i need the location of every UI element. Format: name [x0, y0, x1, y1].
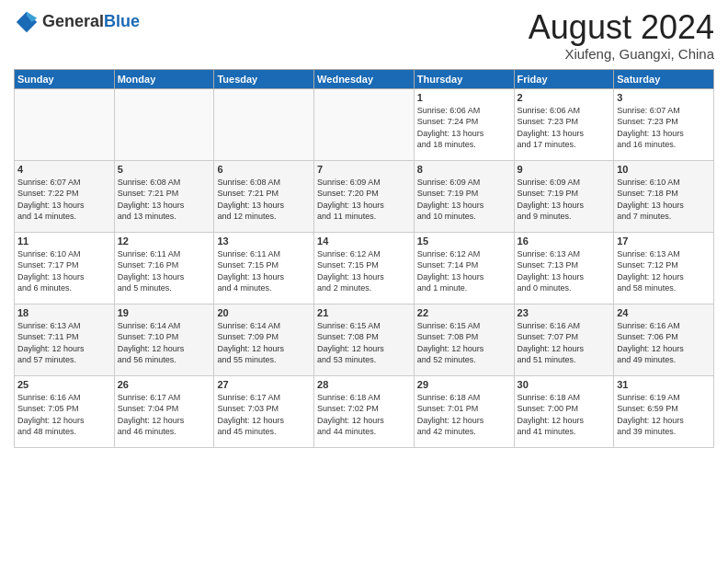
- day-number: 11: [17, 236, 111, 247]
- day-number: 2: [518, 92, 611, 103]
- day-number: 29: [417, 379, 511, 390]
- day-info: Sunrise: 6:18 AM Sunset: 7:02 PM Dayligh…: [317, 392, 411, 438]
- day-number: 27: [217, 379, 311, 390]
- day-info: Sunrise: 6:15 AM Sunset: 7:08 PM Dayligh…: [317, 320, 411, 366]
- day-number: 31: [617, 379, 711, 390]
- day-info: Sunrise: 6:18 AM Sunset: 7:01 PM Dayligh…: [417, 392, 511, 438]
- day-cell: 1Sunrise: 6:06 AM Sunset: 7:24 PM Daylig…: [414, 88, 514, 160]
- day-number: 9: [518, 164, 611, 175]
- day-number: 8: [417, 164, 511, 175]
- header-day: Saturday: [614, 69, 714, 88]
- week-row: 1Sunrise: 6:06 AM Sunset: 7:24 PM Daylig…: [15, 88, 714, 160]
- day-info: Sunrise: 6:16 AM Sunset: 7:06 PM Dayligh…: [617, 320, 711, 366]
- title-block: August 2024 Xiufeng, Guangxi, China: [529, 9, 714, 62]
- calendar-container: GeneralBlue August 2024 Xiufeng, Guangxi…: [0, 0, 728, 453]
- day-cell: 3Sunrise: 6:07 AM Sunset: 7:23 PM Daylig…: [614, 88, 714, 160]
- day-info: Sunrise: 6:10 AM Sunset: 7:17 PM Dayligh…: [17, 248, 111, 294]
- location-text: Xiufeng, Guangxi, China: [529, 46, 714, 62]
- week-row: 18Sunrise: 6:13 AM Sunset: 7:11 PM Dayli…: [15, 304, 714, 375]
- day-info: Sunrise: 6:13 AM Sunset: 7:12 PM Dayligh…: [617, 248, 711, 294]
- day-number: 18: [17, 307, 111, 318]
- day-number: 26: [118, 379, 211, 390]
- day-cell: 21Sunrise: 6:15 AM Sunset: 7:08 PM Dayli…: [314, 304, 415, 375]
- day-number: 19: [118, 307, 211, 318]
- day-number: 16: [518, 236, 611, 247]
- day-info: Sunrise: 6:07 AM Sunset: 7:22 PM Dayligh…: [17, 177, 111, 223]
- day-info: Sunrise: 6:16 AM Sunset: 7:07 PM Dayligh…: [518, 320, 611, 366]
- day-cell: 17Sunrise: 6:13 AM Sunset: 7:12 PM Dayli…: [614, 232, 714, 304]
- day-number: 30: [518, 379, 611, 390]
- day-number: 20: [217, 307, 311, 318]
- day-info: Sunrise: 6:12 AM Sunset: 7:14 PM Dayligh…: [417, 248, 511, 294]
- day-info: Sunrise: 6:17 AM Sunset: 7:03 PM Dayligh…: [217, 392, 311, 438]
- calendar-table: SundayMondayTuesdayWednesdayThursdayFrid…: [14, 69, 714, 448]
- day-cell: 28Sunrise: 6:18 AM Sunset: 7:02 PM Dayli…: [314, 375, 415, 447]
- week-row: 11Sunrise: 6:10 AM Sunset: 7:17 PM Dayli…: [15, 232, 714, 304]
- day-cell: 30Sunrise: 6:18 AM Sunset: 7:00 PM Dayli…: [514, 375, 614, 447]
- day-info: Sunrise: 6:11 AM Sunset: 7:15 PM Dayligh…: [217, 248, 311, 294]
- day-number: 6: [217, 164, 311, 175]
- week-row: 4Sunrise: 6:07 AM Sunset: 7:22 PM Daylig…: [15, 160, 714, 232]
- day-cell: [314, 88, 415, 160]
- logo: GeneralBlue: [14, 9, 140, 35]
- day-cell: 25Sunrise: 6:16 AM Sunset: 7:05 PM Dayli…: [15, 375, 115, 447]
- day-cell: 14Sunrise: 6:12 AM Sunset: 7:15 PM Dayli…: [314, 232, 415, 304]
- day-number: 3: [617, 92, 711, 103]
- day-cell: [214, 88, 314, 160]
- day-info: Sunrise: 6:13 AM Sunset: 7:13 PM Dayligh…: [518, 248, 611, 294]
- day-cell: 2Sunrise: 6:06 AM Sunset: 7:23 PM Daylig…: [514, 88, 614, 160]
- day-cell: 22Sunrise: 6:15 AM Sunset: 7:08 PM Dayli…: [414, 304, 514, 375]
- day-number: 21: [317, 307, 411, 318]
- day-info: Sunrise: 6:09 AM Sunset: 7:20 PM Dayligh…: [317, 177, 411, 223]
- header-day: Monday: [114, 69, 214, 88]
- day-cell: 13Sunrise: 6:11 AM Sunset: 7:15 PM Dayli…: [214, 232, 314, 304]
- day-number: 17: [617, 236, 711, 247]
- day-cell: 11Sunrise: 6:10 AM Sunset: 7:17 PM Dayli…: [15, 232, 115, 304]
- day-number: 22: [417, 307, 511, 318]
- logo-general-text: General: [42, 12, 104, 30]
- day-cell: 12Sunrise: 6:11 AM Sunset: 7:16 PM Dayli…: [114, 232, 214, 304]
- day-number: 13: [217, 236, 311, 247]
- day-info: Sunrise: 6:16 AM Sunset: 7:05 PM Dayligh…: [17, 392, 111, 438]
- calendar-header: GeneralBlue August 2024 Xiufeng, Guangxi…: [14, 9, 714, 62]
- day-info: Sunrise: 6:09 AM Sunset: 7:19 PM Dayligh…: [518, 177, 611, 223]
- day-info: Sunrise: 6:10 AM Sunset: 7:18 PM Dayligh…: [617, 177, 711, 223]
- day-info: Sunrise: 6:15 AM Sunset: 7:08 PM Dayligh…: [417, 320, 511, 366]
- day-info: Sunrise: 6:19 AM Sunset: 6:59 PM Dayligh…: [617, 392, 711, 438]
- day-info: Sunrise: 6:14 AM Sunset: 7:09 PM Dayligh…: [217, 320, 311, 366]
- day-cell: 18Sunrise: 6:13 AM Sunset: 7:11 PM Dayli…: [15, 304, 115, 375]
- day-number: 14: [317, 236, 411, 247]
- day-number: 25: [17, 379, 111, 390]
- header-day: Tuesday: [214, 69, 314, 88]
- day-number: 28: [317, 379, 411, 390]
- day-cell: 29Sunrise: 6:18 AM Sunset: 7:01 PM Dayli…: [414, 375, 514, 447]
- day-cell: [114, 88, 214, 160]
- day-cell: 10Sunrise: 6:10 AM Sunset: 7:18 PM Dayli…: [614, 160, 714, 232]
- day-cell: 16Sunrise: 6:13 AM Sunset: 7:13 PM Dayli…: [514, 232, 614, 304]
- day-cell: 6Sunrise: 6:08 AM Sunset: 7:21 PM Daylig…: [214, 160, 314, 232]
- day-number: 15: [417, 236, 511, 247]
- day-info: Sunrise: 6:14 AM Sunset: 7:10 PM Dayligh…: [118, 320, 211, 366]
- week-row: 25Sunrise: 6:16 AM Sunset: 7:05 PM Dayli…: [15, 375, 714, 447]
- day-info: Sunrise: 6:08 AM Sunset: 7:21 PM Dayligh…: [217, 177, 311, 223]
- day-number: 7: [317, 164, 411, 175]
- header-day: Friday: [514, 69, 614, 88]
- day-cell: [15, 88, 115, 160]
- day-number: 4: [17, 164, 111, 175]
- day-cell: 19Sunrise: 6:14 AM Sunset: 7:10 PM Dayli…: [114, 304, 214, 375]
- day-cell: 24Sunrise: 6:16 AM Sunset: 7:06 PM Dayli…: [614, 304, 714, 375]
- day-cell: 7Sunrise: 6:09 AM Sunset: 7:20 PM Daylig…: [314, 160, 415, 232]
- logo-icon: [14, 9, 40, 35]
- day-info: Sunrise: 6:07 AM Sunset: 7:23 PM Dayligh…: [617, 105, 711, 151]
- day-cell: 26Sunrise: 6:17 AM Sunset: 7:04 PM Dayli…: [114, 375, 214, 447]
- day-number: 1: [417, 92, 511, 103]
- day-cell: 9Sunrise: 6:09 AM Sunset: 7:19 PM Daylig…: [514, 160, 614, 232]
- day-number: 24: [617, 307, 711, 318]
- day-cell: 8Sunrise: 6:09 AM Sunset: 7:19 PM Daylig…: [414, 160, 514, 232]
- day-info: Sunrise: 6:08 AM Sunset: 7:21 PM Dayligh…: [118, 177, 211, 223]
- day-info: Sunrise: 6:18 AM Sunset: 7:00 PM Dayligh…: [518, 392, 611, 438]
- day-cell: 4Sunrise: 6:07 AM Sunset: 7:22 PM Daylig…: [15, 160, 115, 232]
- day-number: 10: [617, 164, 711, 175]
- day-info: Sunrise: 6:17 AM Sunset: 7:04 PM Dayligh…: [118, 392, 211, 438]
- day-cell: 20Sunrise: 6:14 AM Sunset: 7:09 PM Dayli…: [214, 304, 314, 375]
